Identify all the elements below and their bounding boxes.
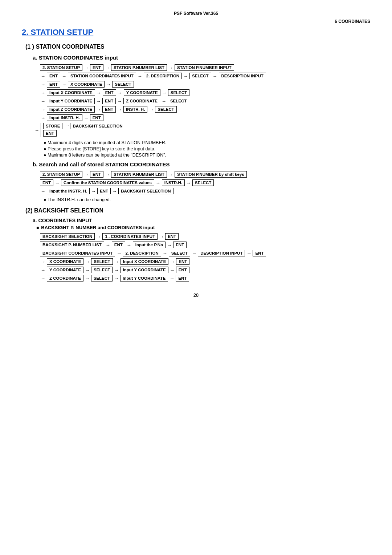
box-input-x-coord: Input X COORDINATE bbox=[47, 89, 95, 96]
box-station-pnum-input: STATION P.NUMBER INPUT bbox=[175, 64, 234, 71]
box-c-bs-coord-input: BACKSIGHT COORDINATES INPUT bbox=[40, 250, 115, 256]
b-flow-row-3: → Input the INSTR. H. → ENT → BACKSIGHT … bbox=[40, 188, 370, 194]
box-x-coord: X COORDINATE bbox=[68, 81, 105, 88]
section-1-title: (1 ) STATION COORDINATES bbox=[25, 44, 370, 50]
bullet-2: Please press the [STORE] key to store th… bbox=[44, 146, 370, 151]
flow-row-5: → Input Y COORDINATE → ENT → Z COORDINAT… bbox=[40, 98, 370, 104]
box-store: STORE bbox=[43, 123, 62, 129]
box-station-coord-input: STATION COORDINATES INPUT bbox=[68, 73, 136, 79]
box-c-select-3: SELECT bbox=[91, 267, 113, 273]
box-ent-1: ENT bbox=[90, 64, 103, 71]
box-c-input-x: Input X COORDINATE bbox=[121, 258, 169, 265]
box-b-station-setup: 2. STATION SETUP bbox=[40, 171, 82, 178]
box-c-x-coord: X COORDINATE bbox=[47, 258, 83, 265]
sub-section-a: a. STATION COORDINATES input 2. STATION … bbox=[22, 54, 370, 158]
box-ent-2: ENT bbox=[47, 73, 60, 79]
box-desc-input: DESCRIPTION INPUT bbox=[219, 73, 266, 79]
box-c-ent-2: ENT bbox=[112, 242, 125, 248]
box-c-z-coord: Z COORDINATE bbox=[47, 275, 83, 281]
bullets-b: The INSTR.H. can be changed. bbox=[44, 197, 370, 202]
section-1: (1 ) STATION COORDINATES a. STATION COOR… bbox=[22, 44, 370, 202]
box-b-confirm: Confirm the STATION COORDINATES values bbox=[61, 179, 154, 186]
sub-2a-title: a. COORDINATES INPUT bbox=[33, 218, 370, 223]
section-2-title: (2) BACKSIGHT SELECTION bbox=[25, 207, 370, 214]
page-header: PSF Software Ver.365 bbox=[22, 11, 370, 16]
section-2: (2) BACKSIGHT SELECTION a. COORDINATES I… bbox=[22, 207, 370, 281]
sub-2a-subtitle: BACKSIGHT P. NUMBER and COORDINATES inpu… bbox=[36, 225, 370, 230]
box-c-backsight-sel: BACKSIGHT SELECTION bbox=[40, 233, 95, 240]
box-station-setup: 2. STATION SETUP bbox=[40, 64, 82, 71]
box-b-pnum-shift: STATION P.NUMBER by shift keys bbox=[175, 171, 247, 178]
box-2-description: 2. DESCRIPTION bbox=[144, 73, 182, 79]
box-b-ent-2: ENT bbox=[40, 179, 53, 186]
box-c-input-y2: Input Y COORDINATE bbox=[120, 275, 168, 281]
section-label: 6 COORDINATES bbox=[22, 19, 370, 24]
box-c-input-y: Input Y COORDINATE bbox=[120, 267, 168, 273]
c-flow-row-4: → X COORDINATE → SELECT → Input X COORDI… bbox=[40, 258, 370, 265]
box-instr-h: INSTR. H. bbox=[123, 106, 147, 113]
box-c-2-description: 2. DESCRIPTION bbox=[123, 250, 161, 256]
box-z-coord: Z COORDINATE bbox=[123, 98, 160, 104]
ent-row: ENT bbox=[43, 130, 62, 137]
box-select-4: SELECT bbox=[168, 98, 189, 104]
box-c-pnum-list: BACKSIGHT P. NUMBER LIST bbox=[40, 242, 104, 248]
box-b-instr: INSTR.H. bbox=[162, 179, 185, 186]
bullet-square-text: BACKSIGHT P. NUMBER and COORDINATES inpu… bbox=[41, 225, 155, 230]
flow-row-6: → Input Z COORDINATE → ENT → INSTR. H. →… bbox=[40, 106, 370, 113]
flow-row-1: 2. STATION SETUP → ENT → STATION P.NUMBE… bbox=[40, 64, 370, 71]
box-ent-6: ENT bbox=[102, 106, 116, 113]
bullet-1: Maximum 4 digits can be inputted at STAT… bbox=[44, 140, 370, 145]
sub-a-title: a. STATION COORDINATES input bbox=[33, 54, 370, 61]
box-select-3: SELECT bbox=[168, 89, 189, 96]
page-number: 28 bbox=[22, 292, 370, 298]
bullet-b-1: The INSTR.H. can be changed. bbox=[44, 197, 370, 202]
box-input-z-coord: Input Z COORDINATE bbox=[47, 106, 95, 113]
box-c-select-1: SELECT bbox=[169, 250, 190, 256]
box-backsight-sel: BACKSIGHT SELECTION bbox=[70, 123, 125, 129]
box-ent-5: ENT bbox=[102, 98, 116, 104]
box-station-pnum-list: STATION P.NUMBER LIST bbox=[111, 64, 167, 71]
box-c-select-4: SELECT bbox=[91, 275, 113, 281]
box-input-instr-h: Input INSTR. H. bbox=[47, 114, 82, 121]
box-c-ent-5: ENT bbox=[176, 258, 189, 265]
flow-row-7: → Input INSTR. H. → ENT bbox=[40, 114, 370, 121]
box-c-ent-1: ENT bbox=[165, 233, 179, 240]
b-flow-row-2: ENT → Confirm the STATION COORDINATES va… bbox=[40, 179, 370, 186]
sub-b-title: b. Search and call of stored STATION COO… bbox=[33, 161, 370, 167]
box-c-ent-7: ENT bbox=[176, 275, 189, 281]
sub-section-b: b. Search and call of stored STATION COO… bbox=[22, 161, 370, 202]
bullet-3: Maximum 8 letters can be inputted at the… bbox=[44, 153, 370, 158]
store-branch: → STORE ENT → BACKSIGHT SELECTION bbox=[34, 123, 370, 137]
box-ent-3: ENT bbox=[47, 81, 60, 88]
box-select-5: SELECT bbox=[155, 106, 176, 113]
box-y-coord: Y COORDINATE bbox=[124, 89, 160, 96]
c-flow-row-1: BACKSIGHT SELECTION → 1 . COORDINATES IN… bbox=[40, 233, 370, 240]
box-c-y-coord: Y COORDINATE bbox=[47, 267, 83, 273]
box-select-1: SELECT bbox=[189, 73, 211, 79]
c-flow-row-5: → Y COORDINATE → SELECT → Input Y COORDI… bbox=[40, 267, 370, 273]
box-c-ent-3: ENT bbox=[173, 242, 187, 248]
header-title: PSF Software Ver.365 bbox=[174, 11, 218, 16]
bullets-a: Maximum 4 digits can be inputted at STAT… bbox=[44, 140, 370, 158]
branch-box: STORE ENT bbox=[41, 123, 62, 137]
box-c-desc-input: DESCRIPTION INPUT bbox=[198, 250, 245, 256]
c-flow-row-3: BACKSIGHT COORDINATES INPUT → 2. DESCRIP… bbox=[40, 250, 370, 256]
box-ent-branch: ENT bbox=[43, 130, 57, 137]
box-c-select-2: SELECT bbox=[91, 258, 113, 265]
box-b-ent-1: ENT bbox=[90, 171, 103, 178]
flow-row-2: → ENT → STATION COORDINATES INPUT → 2. D… bbox=[40, 73, 370, 79]
store-row: STORE bbox=[43, 123, 62, 129]
box-select-2: SELECT bbox=[112, 81, 134, 88]
sub-section-2a: a. COORDINATES INPUT BACKSIGHT P. NUMBER… bbox=[22, 218, 370, 281]
box-input-y-coord: Input Y COORDINATE bbox=[47, 98, 95, 104]
box-b-input-instr: Input the INSTR. H. bbox=[47, 188, 90, 194]
c-flow-row-6: → Z COORDINATE → SELECT → Input Y COORDI… bbox=[40, 275, 370, 281]
box-c-ent-6: ENT bbox=[176, 267, 189, 273]
flow-row-4: → Input X COORDINATE → ENT → Y COORDINAT… bbox=[40, 89, 370, 96]
box-b-select: SELECT bbox=[192, 179, 214, 186]
box-b-ent-3: ENT bbox=[97, 188, 111, 194]
main-title: 2. STATION SETUP bbox=[22, 28, 370, 37]
box-ent-4: ENT bbox=[103, 89, 116, 96]
flow-row-3: → ENT → X COORDINATE → SELECT bbox=[40, 81, 370, 88]
box-b-backsight: BACKSIGHT SELECTION bbox=[118, 188, 173, 194]
